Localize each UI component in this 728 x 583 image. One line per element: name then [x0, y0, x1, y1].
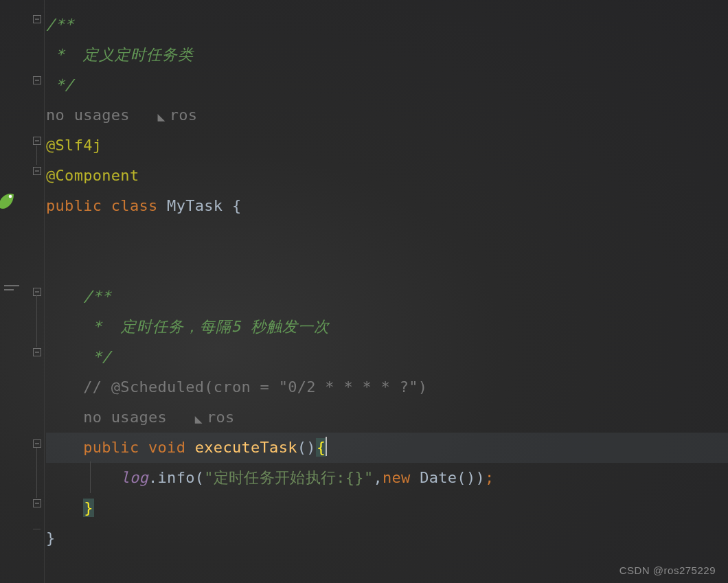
brace-match: { [316, 438, 327, 457]
indent [46, 499, 83, 516]
kw-new: new [383, 469, 420, 486]
brace: } [46, 529, 56, 547]
javadoc-num: 5 [231, 318, 241, 335]
inner-fold-guide [90, 461, 91, 493]
code-line[interactable]: * 定时任务，每隔5 秒触发一次 [46, 312, 728, 342]
spring-bean-icon[interactable] [0, 192, 16, 212]
author-icon: ◣ [158, 102, 166, 132]
fold-minus-icon[interactable] [32, 135, 43, 146]
method-name: executeTask [195, 439, 297, 456]
semicolon: ; [485, 469, 494, 486]
gutter [0, 0, 45, 583]
author-hint[interactable]: ros [170, 106, 198, 124]
javadoc-text2: 秒触发一次 [241, 318, 330, 335]
commented-code: // @Scheduled(cron = "0/2 * * * * ?") [46, 378, 427, 396]
watermark: CSDN @ros275229 [619, 564, 716, 576]
code-line[interactable]: /** [46, 282, 728, 312]
javadoc-text: 定义定时任务类 [83, 46, 194, 63]
javadoc-start: /** [46, 16, 74, 33]
kw-void: void [139, 439, 194, 456]
string-literal: "定时任务开始执行:{}" [204, 469, 373, 486]
kw-public: public [83, 439, 139, 456]
svg-point-8 [9, 195, 12, 198]
text-cursor [326, 437, 327, 456]
parens: () [297, 439, 316, 456]
code-line[interactable]: public class MyTask { [46, 191, 728, 221]
code-line[interactable]: } [46, 493, 728, 523]
author-icon: ◣ [195, 404, 203, 434]
usages-hint[interactable]: no usages [46, 106, 130, 124]
fold-minus-icon[interactable] [32, 286, 43, 297]
code-hints-line[interactable]: no usages ◣ros [46, 402, 728, 433]
paren: ) [475, 469, 485, 486]
brace: { [232, 197, 242, 214]
method-call: info [158, 469, 195, 486]
javadoc-text: 定时任务，每隔 [111, 318, 231, 335]
field-log: log [120, 469, 148, 486]
code-line-current[interactable]: public void executeTask(){ [46, 433, 728, 463]
code-line[interactable]: /** [46, 10, 728, 40]
code-line[interactable]: @Component [46, 161, 728, 191]
javadoc-start: /** [46, 288, 111, 305]
annotation: @Component [46, 167, 139, 184]
code-line[interactable]: log.info("定时任务开始执行:{}",new Date()); [46, 463, 728, 493]
code-line[interactable]: */ [46, 70, 728, 100]
class-name: MyTask [167, 197, 232, 214]
author-hint[interactable]: ros [207, 409, 235, 426]
code-line[interactable]: // @Scheduled(cron = "0/2 * * * * ?") [46, 372, 728, 402]
fold-minus-icon[interactable] [32, 14, 43, 25]
fold-end-icon[interactable] [32, 165, 43, 176]
javadoc-end: */ [46, 76, 74, 93]
date-call: Date() [420, 469, 475, 486]
fold-minus-icon[interactable] [32, 438, 43, 449]
fold-end-icon[interactable] [32, 347, 43, 358]
annotation: @Slf4j [46, 137, 102, 154]
dot: . [148, 469, 158, 486]
fold-end-icon[interactable] [32, 75, 43, 86]
comma: , [373, 469, 383, 486]
usages-hint[interactable]: no usages [83, 409, 167, 426]
code-line[interactable] [46, 251, 728, 282]
method-separator-icon [4, 278, 23, 297]
code-editor[interactable]: /** * 定义定时任务类 */ no usages ◣ros @Slf4j @… [0, 0, 728, 583]
kw-class: class [102, 197, 167, 214]
code-area[interactable]: /** * 定义定时任务类 */ no usages ◣ros @Slf4j @… [45, 0, 728, 583]
brace-match: } [83, 499, 94, 517]
code-line[interactable] [46, 221, 728, 251]
paren: ( [195, 469, 205, 486]
fold-end-icon[interactable] [32, 498, 43, 509]
code-line[interactable]: @Slf4j [46, 130, 728, 161]
javadoc-end: */ [46, 348, 111, 365]
code-hints-line[interactable]: no usages ◣ros [46, 100, 728, 130]
code-line[interactable]: } [46, 523, 728, 553]
code-line[interactable]: * 定义定时任务类 [46, 40, 728, 70]
kw-public: public [46, 197, 102, 214]
code-line[interactable]: */ [46, 342, 728, 372]
javadoc-prefix: * [46, 318, 111, 335]
javadoc-prefix: * [46, 46, 83, 63]
